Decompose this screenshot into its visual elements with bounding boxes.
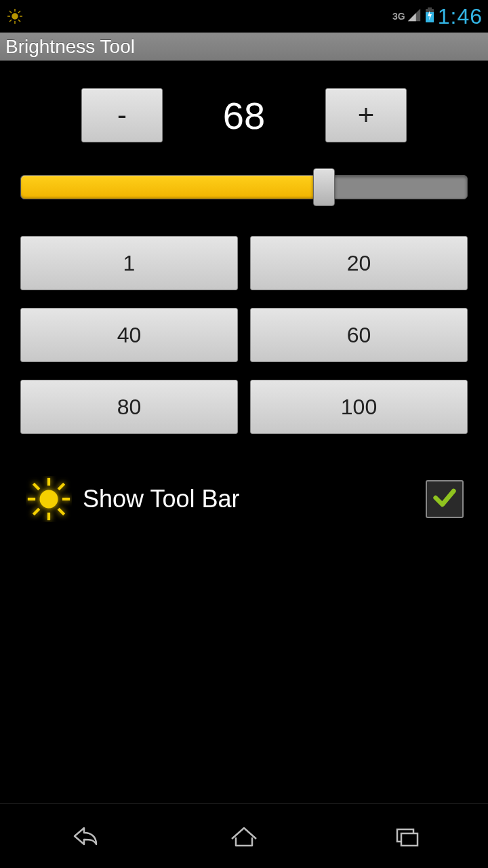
svg-line-6 (18, 20, 20, 22)
preset-button-100[interactable]: 100 (250, 380, 468, 434)
svg-line-20 (58, 484, 64, 490)
brightness-value: 68 (203, 94, 285, 138)
svg-line-19 (33, 509, 39, 515)
brightness-slider[interactable] (20, 168, 468, 206)
signal-icon (407, 7, 422, 25)
preset-button-60[interactable]: 60 (250, 308, 468, 362)
slider-track (20, 175, 468, 199)
sun-icon (24, 475, 73, 524)
svg-line-5 (9, 11, 12, 13)
main-content: - 68 + 1 20 40 60 80 100 (0, 88, 488, 524)
preset-button-20[interactable]: 20 (250, 236, 468, 290)
status-left (5, 7, 24, 26)
battery-icon (424, 7, 435, 26)
svg-point-0 (12, 14, 18, 19)
svg-rect-10 (428, 7, 432, 9)
increase-button[interactable]: + (325, 88, 407, 142)
svg-line-17 (33, 484, 39, 490)
svg-point-12 (41, 492, 57, 507)
app-title: Brightness Tool (5, 36, 135, 58)
svg-line-8 (18, 11, 20, 13)
show-toolbar-label: Show Tool Bar (83, 485, 426, 513)
show-toolbar-row: Show Tool Bar (20, 475, 468, 524)
slider-thumb[interactable] (313, 168, 335, 206)
status-right: 3G 1:46 (392, 4, 483, 29)
value-row: - 68 + (20, 88, 468, 142)
back-button[interactable] (54, 820, 108, 852)
navigation-bar (0, 803, 488, 868)
clock: 1:46 (438, 4, 483, 29)
svg-line-7 (9, 20, 12, 22)
decrease-button[interactable]: - (81, 88, 163, 142)
svg-rect-22 (401, 833, 418, 846)
preset-button-40[interactable]: 40 (20, 308, 238, 362)
checkmark-icon (431, 484, 458, 514)
preset-button-1[interactable]: 1 (20, 236, 238, 290)
show-toolbar-checkbox[interactable] (426, 480, 464, 518)
preset-grid: 1 20 40 60 80 100 (20, 236, 468, 434)
preset-button-80[interactable]: 80 (20, 380, 238, 434)
slider-fill (21, 176, 324, 199)
home-button[interactable] (217, 820, 271, 852)
status-bar: 3G 1:46 (0, 0, 488, 33)
title-bar: Brightness Tool (0, 33, 488, 61)
svg-line-18 (58, 509, 64, 515)
network-3g-label: 3G (392, 11, 405, 22)
recent-apps-button[interactable] (380, 820, 434, 852)
brightness-app-status-icon (5, 7, 24, 26)
